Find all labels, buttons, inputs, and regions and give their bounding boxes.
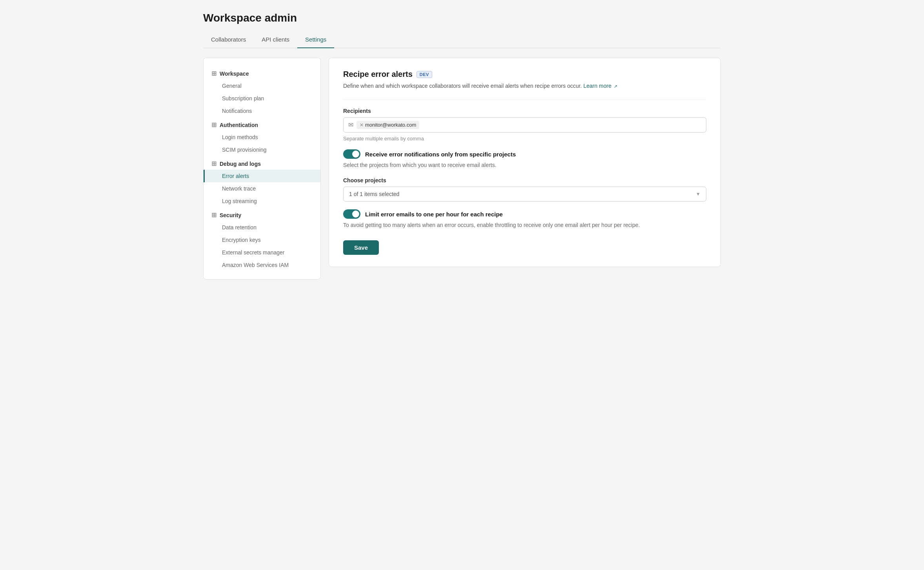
choose-projects-select[interactable]: 1 of 1 items selected ▼ — [343, 187, 706, 201]
sidebar-section-authentication-label: Authentication — [220, 122, 258, 128]
external-link-icon: ↗ — [614, 84, 617, 89]
tab-api-clients[interactable]: API clients — [254, 32, 297, 48]
section-divider — [343, 100, 706, 100]
sidebar-item-aws-iam[interactable]: Amazon Web Services IAM — [204, 259, 320, 271]
sidebar-section-debug-logs: ⊞ Debug and logs — [204, 156, 320, 170]
toggle2-label: Limit error emails to one per hour for e… — [365, 211, 503, 218]
dev-badge: DEV — [417, 71, 432, 78]
debug-icon: ⊞ — [211, 160, 216, 167]
chevron-down-icon: ▼ — [696, 191, 700, 197]
main-content-panel: Recipe error alerts DEV Define when and … — [329, 58, 721, 267]
toggle2-track — [343, 209, 360, 219]
recipients-input-box[interactable]: ✉ ✕ monitor@workato.com — [343, 117, 706, 133]
toggle1-knob — [352, 151, 359, 158]
sidebar: ⊞ Workspace General Subscription plan No… — [203, 58, 321, 280]
sidebar-item-encryption-keys[interactable]: Encryption keys — [204, 234, 320, 246]
recipients-hint: Separate multiple emails by comma — [343, 136, 706, 142]
save-button[interactable]: Save — [343, 240, 379, 255]
email-tag-close-button[interactable]: ✕ — [360, 122, 364, 128]
email-tag: ✕ monitor@workato.com — [357, 121, 419, 129]
sidebar-item-data-retention[interactable]: Data retention — [204, 221, 320, 234]
sidebar-item-network-trace[interactable]: Network trace — [204, 182, 320, 195]
email-tag-value: monitor@workato.com — [365, 122, 416, 128]
sidebar-item-notifications[interactable]: Notifications — [204, 105, 320, 117]
section-title: Recipe error alerts — [343, 70, 413, 79]
sidebar-section-debug-label: Debug and logs — [220, 161, 261, 167]
recipients-label: Recipients — [343, 108, 706, 114]
toggle2-subtext: To avoid getting too many alerts when an… — [343, 221, 706, 229]
sidebar-section-security: ⊞ Security — [204, 207, 320, 221]
sidebar-section-workspace-label: Workspace — [220, 71, 249, 77]
mail-icon: ✉ — [348, 121, 353, 129]
sidebar-item-login-methods[interactable]: Login methods — [204, 131, 320, 143]
section-title-row: Recipe error alerts DEV — [343, 70, 706, 79]
sidebar-item-error-alerts[interactable]: Error alerts — [204, 170, 320, 182]
toggle2-switch[interactable] — [343, 209, 360, 219]
sidebar-item-scim-provisioning[interactable]: SCIM provisioning — [204, 143, 320, 156]
workspace-icon: ⊞ — [211, 70, 216, 77]
toggle2-row: Limit error emails to one per hour for e… — [343, 209, 706, 219]
tabs-bar: Collaborators API clients Settings — [203, 32, 721, 48]
content-layout: ⊞ Workspace General Subscription plan No… — [203, 58, 721, 280]
choose-projects-value: 1 of 1 items selected — [349, 191, 399, 197]
section-description: Define when and which workspace collabor… — [343, 82, 706, 90]
toggle1-label: Receive error notifications only from sp… — [365, 151, 516, 158]
learn-more-link[interactable]: Learn more ↗ — [583, 83, 617, 89]
page-title: Workspace admin — [203, 12, 721, 24]
toggle1-row: Receive error notifications only from sp… — [343, 149, 706, 159]
sidebar-item-subscription-plan[interactable]: Subscription plan — [204, 92, 320, 105]
sidebar-item-log-streaming[interactable]: Log streaming — [204, 195, 320, 207]
choose-projects-label: Choose projects — [343, 177, 706, 183]
toggle1-subtext: Select the projects from which you want … — [343, 161, 706, 169]
authentication-icon: ⊞ — [211, 121, 216, 129]
sidebar-item-external-secrets[interactable]: External secrets manager — [204, 246, 320, 259]
security-icon: ⊞ — [211, 211, 216, 219]
toggle1-switch[interactable] — [343, 149, 360, 159]
sidebar-section-workspace: ⊞ Workspace — [204, 66, 320, 80]
sidebar-item-general[interactable]: General — [204, 80, 320, 92]
sidebar-section-authentication: ⊞ Authentication — [204, 117, 320, 131]
tab-settings[interactable]: Settings — [297, 32, 334, 48]
tab-collaborators[interactable]: Collaborators — [203, 32, 254, 48]
sidebar-section-security-label: Security — [220, 212, 241, 218]
toggle2-knob — [352, 211, 359, 218]
toggle1-track — [343, 149, 360, 159]
